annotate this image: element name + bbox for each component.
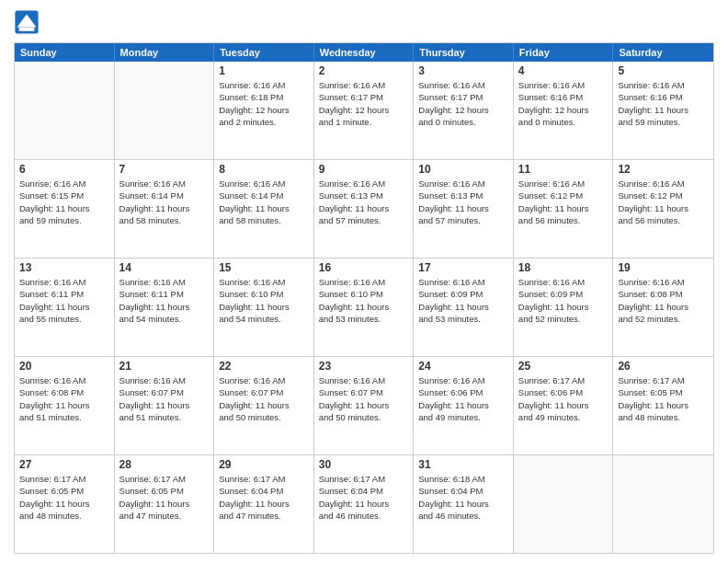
cell-line: Sunset: 6:05 PM [19,485,109,497]
empty-cell [613,455,713,553]
cell-line: Sunset: 6:06 PM [418,386,508,398]
cell-line: Sunset: 6:18 PM [219,91,309,103]
cell-line: and 47 minutes. [119,510,210,522]
day-cell-10: 10Sunrise: 6:16 AMSunset: 6:13 PMDayligh… [414,160,514,258]
weekday-header-tuesday: Tuesday [214,43,314,62]
cell-line: and 0 minutes. [518,116,609,128]
day-cell-13: 13Sunrise: 6:16 AMSunset: 6:11 PMDayligh… [15,259,115,356]
cell-line: Sunset: 6:12 PM [518,190,609,201]
cell-line: Sunset: 6:14 PM [119,190,210,201]
cell-line: Sunset: 6:08 PM [19,386,109,398]
cell-line: Sunset: 6:16 PM [618,91,709,103]
day-cell-31: 31Sunrise: 6:18 AMSunset: 6:04 PMDayligh… [414,455,514,553]
logo-icon [14,9,40,35]
cell-line: Sunset: 6:14 PM [219,190,309,201]
cell-line: Sunrise: 6:16 AM [618,178,709,190]
cell-line: Sunset: 6:11 PM [119,288,210,300]
cell-line: Daylight: 11 hours [518,202,609,214]
cell-line: Daylight: 11 hours [219,301,309,313]
cell-line: Daylight: 11 hours [19,301,109,313]
cell-line: Sunset: 6:13 PM [418,190,508,201]
day-number: 19 [618,261,709,274]
day-number: 27 [19,458,109,471]
cell-line: Sunset: 6:04 PM [418,485,508,497]
cell-line: Sunrise: 6:16 AM [319,178,409,190]
cell-line: Sunset: 6:17 PM [319,91,409,103]
cell-line: Sunrise: 6:17 AM [319,473,409,485]
cell-line: Sunrise: 6:16 AM [518,79,609,91]
cell-line: Daylight: 11 hours [618,399,709,411]
day-cell-30: 30Sunrise: 6:17 AMSunset: 6:04 PMDayligh… [314,455,415,553]
cell-line: and 46 minutes. [418,510,508,522]
day-cell-5: 5Sunrise: 6:16 AMSunset: 6:16 PMDaylight… [613,62,713,159]
day-cell-26: 26Sunrise: 6:17 AMSunset: 6:05 PMDayligh… [613,357,713,454]
cell-line: Sunset: 6:10 PM [319,288,409,300]
cell-line: Sunrise: 6:16 AM [19,178,109,190]
day-cell-14: 14Sunrise: 6:16 AMSunset: 6:11 PMDayligh… [115,259,215,356]
day-cell-15: 15Sunrise: 6:16 AMSunset: 6:10 PMDayligh… [214,259,314,356]
day-cell-9: 9Sunrise: 6:16 AMSunset: 6:13 PMDaylight… [314,160,415,258]
day-cell-21: 21Sunrise: 6:16 AMSunset: 6:07 PMDayligh… [115,357,215,454]
cell-line: and 56 minutes. [518,214,609,226]
day-number: 17 [418,261,508,274]
week-row-1: 6Sunrise: 6:16 AMSunset: 6:15 PMDaylight… [15,159,713,258]
cell-line: Daylight: 11 hours [119,301,210,313]
cell-line: Sunrise: 6:18 AM [418,473,508,485]
empty-cell [514,455,614,553]
cell-line: Daylight: 11 hours [418,301,508,313]
cell-line: Daylight: 11 hours [418,399,508,411]
cell-line: Daylight: 11 hours [19,202,109,214]
cell-line: Sunrise: 6:16 AM [219,178,309,190]
cell-line: Sunrise: 6:16 AM [418,276,508,288]
cell-line: Daylight: 11 hours [319,498,409,510]
cell-line: Sunset: 6:07 PM [119,386,210,398]
day-cell-22: 22Sunrise: 6:16 AMSunset: 6:07 PMDayligh… [214,357,314,454]
cell-line: Sunset: 6:16 PM [518,91,609,103]
cell-line: and 57 minutes. [319,214,409,226]
week-row-0: 1Sunrise: 6:16 AMSunset: 6:18 PMDaylight… [15,62,713,159]
day-number: 10 [418,163,508,176]
day-cell-11: 11Sunrise: 6:16 AMSunset: 6:12 PMDayligh… [514,160,614,258]
day-number: 8 [219,163,309,176]
day-number: 12 [618,163,709,176]
cell-line: and 51 minutes. [119,411,210,423]
cell-line: Daylight: 11 hours [19,498,109,510]
cell-line: and 52 minutes. [618,313,709,325]
cell-line: and 48 minutes. [19,510,109,522]
cell-line: Sunrise: 6:16 AM [19,374,109,386]
cell-line: and 48 minutes. [618,411,709,423]
cell-line: and 51 minutes. [19,411,109,423]
cell-line: Sunrise: 6:16 AM [418,178,508,190]
cell-line: Daylight: 12 hours [418,104,508,116]
cell-line: and 59 minutes. [19,214,109,226]
day-number: 30 [319,458,409,471]
cell-line: Daylight: 11 hours [518,301,609,313]
cell-line: and 53 minutes. [319,313,409,325]
cell-line: Sunset: 6:11 PM [19,288,109,300]
day-number: 13 [19,261,109,274]
cell-line: Sunset: 6:12 PM [618,190,709,201]
weekday-header-friday: Friday [514,43,614,62]
cell-line: Daylight: 11 hours [319,202,409,214]
cell-line: and 54 minutes. [219,313,309,325]
day-number: 6 [19,163,109,176]
day-cell-29: 29Sunrise: 6:17 AMSunset: 6:04 PMDayligh… [214,455,314,553]
day-number: 22 [219,360,309,373]
day-number: 4 [518,64,609,77]
day-number: 29 [219,458,309,471]
cell-line: Sunset: 6:04 PM [219,485,309,497]
cell-line: Sunrise: 6:16 AM [119,276,210,288]
day-number: 9 [319,163,409,176]
cell-line: and 54 minutes. [119,313,210,325]
cell-line: and 58 minutes. [219,214,309,226]
day-cell-4: 4Sunrise: 6:16 AMSunset: 6:16 PMDaylight… [514,62,614,159]
cell-line: Sunset: 6:05 PM [618,386,709,398]
cell-line: Sunrise: 6:16 AM [119,178,210,190]
day-number: 16 [319,261,409,274]
cell-line: Daylight: 11 hours [119,202,210,214]
day-cell-16: 16Sunrise: 6:16 AMSunset: 6:10 PMDayligh… [314,259,415,356]
cell-line: Sunset: 6:15 PM [19,190,109,201]
cell-line: Sunrise: 6:17 AM [19,473,109,485]
logo [14,9,43,35]
cell-line: Daylight: 12 hours [219,104,309,116]
